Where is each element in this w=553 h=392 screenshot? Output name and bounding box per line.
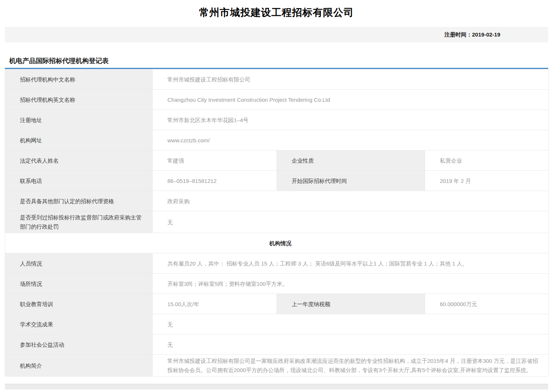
register-time-value: 2019-02-19 (472, 31, 500, 38)
row-value: 2019 年 2 月 (425, 171, 549, 191)
row-label: 上一年度纳税额 (277, 294, 425, 314)
row-value: 政府采购 (153, 191, 549, 211)
row-label: 法定代表人姓名 (5, 150, 153, 171)
row-label: 开始国际招标代理时间 (277, 171, 425, 191)
row-label: 学术交流成果 (5, 314, 153, 334)
row-value: www.czctzb.com/ (153, 130, 549, 150)
row-value: 60.000000万元 (425, 294, 549, 314)
row-label: 是否具备其他部门认定的招标代理资格 (5, 191, 153, 211)
row-value: 常建强 (153, 150, 277, 171)
row-label: 机构简介 (5, 355, 153, 377)
row-value: 常州市新北区水木年华花园1–4号 (153, 110, 549, 130)
registration-table: 招标代理机构中文名称常州市城投建设工程招标有限公司招标代理机构英文名称Chang… (5, 69, 549, 377)
row-value: 常州市城投建设工程招标有限公司 (153, 69, 549, 90)
row-value: 开标室3间；评标室5间；资料存储室100平方米。 (153, 274, 549, 294)
form-section-title: 机电产品国际招标代理机构登记表 (9, 56, 553, 66)
table-row: 参加社会公益活动无 (5, 334, 549, 355)
section-header-label: 机构情况 (5, 233, 549, 253)
table-row: 场所情况开标室3间；评标室5间；资料存储室100平方米。 (5, 274, 549, 294)
table-row: 注册地址常州市新北区水木年华花园1–4号 (5, 110, 549, 130)
registration-table-wrapper: 招标代理机构中文名称常州市城投建设工程招标有限公司招标代理机构英文名称Chang… (5, 68, 548, 377)
footer-strip (5, 384, 548, 389)
table-row: 是否具备其他部门认定的招标代理资格政府采购 (5, 191, 549, 211)
register-time-label: 注册时间： (444, 31, 472, 38)
row-value: 常州市城投建设工程招标有限公司是一家顺应政府采购改革潮流应运而生的新型的专业性招… (153, 355, 549, 377)
table-row: 是否受到过招标投标行政监督部门或政府采购主管部门的行政处罚无 (5, 211, 549, 233)
row-value: 86–0519–81581212 (153, 171, 277, 191)
row-label: 招标代理机构中文名称 (5, 69, 153, 90)
table-row: 人员情况共有雇员20 人，其中： 招标专业人员 15 人；工程师 3 人； 英语… (5, 253, 549, 274)
row-value: 无 (153, 334, 549, 355)
row-value: Changzhou City Investment Construction P… (153, 90, 549, 110)
row-label: 职业教育培训 (5, 294, 153, 314)
row-value: 15.00人次/年 (153, 294, 277, 314)
table-row: 机构情况 (5, 233, 549, 253)
table-row: 法定代表人姓名常建强企业性质私营企业 (5, 150, 549, 171)
row-label: 是否受到过招标投标行政监督部门或政府采购主管部门的行政处罚 (5, 211, 153, 233)
row-value: 无 (153, 211, 549, 233)
table-row: 学术交流成果无 (5, 314, 549, 334)
table-row: 招标代理机构中文名称常州市城投建设工程招标有限公司 (5, 69, 549, 90)
row-label: 联系电话 (5, 171, 153, 191)
row-value: 私营企业 (425, 150, 549, 171)
table-row: 职业教育培训15.00人次/年上一年度纳税额60.000000万元 (5, 294, 549, 314)
row-label: 注册地址 (5, 110, 153, 130)
table-row: 机构网址www.czctzb.com/ (5, 130, 549, 150)
row-label: 企业性质 (277, 150, 425, 171)
register-time-bar: 注册时间：2019-02-19 (5, 27, 548, 42)
page-title: 常州市城投建设工程招标有限公司 (0, 0, 553, 20)
row-label: 人员情况 (5, 253, 153, 274)
row-label: 招标代理机构英文名称 (5, 90, 153, 110)
row-label: 场所情况 (5, 274, 153, 294)
row-value: 无 (153, 314, 549, 334)
registration-table-body: 招标代理机构中文名称常州市城投建设工程招标有限公司招标代理机构英文名称Chang… (5, 69, 549, 377)
row-value: 共有雇员20 人，其中： 招标专业人员 15 人；工程师 3 人； 英语6级及同… (153, 253, 549, 274)
table-row: 招标代理机构英文名称Changzhou City Investment Cons… (5, 90, 549, 110)
row-label: 机构网址 (5, 130, 153, 150)
table-row: 联系电话86–0519–81581212开始国际招标代理时间2019 年 2 月 (5, 171, 549, 191)
table-row: 机构简介常州市城投建设工程招标有限公司是一家顺应政府采购改革潮流应运而生的新型的… (5, 355, 549, 377)
row-label: 参加社会公益活动 (5, 334, 153, 355)
